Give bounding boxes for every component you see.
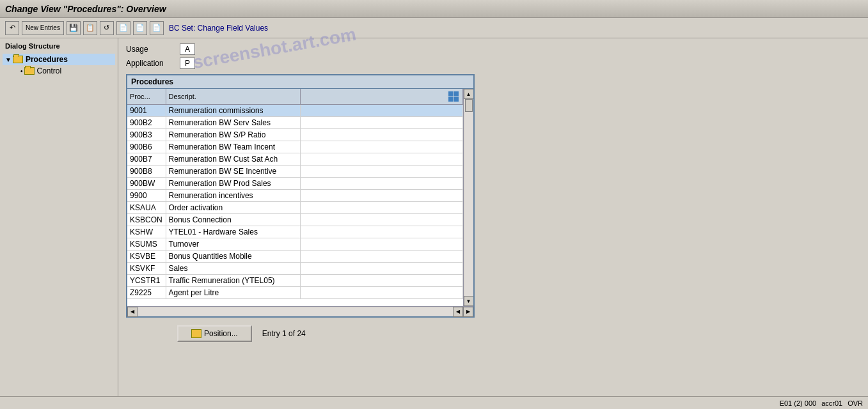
scroll-right-arrow-1[interactable]: ◀ xyxy=(453,307,463,317)
table-cell-empty xyxy=(300,141,463,153)
table-cell-descript: Sales xyxy=(166,263,300,275)
table-cell-descript: Turnover xyxy=(166,238,300,251)
table-row[interactable]: 900B6Remuneration BW Team Incent xyxy=(127,141,463,153)
table-cell-descript: Bonus Quantities Mobile xyxy=(166,251,300,263)
table-cell-proc: KSVBE xyxy=(127,251,166,263)
table-inner: Proc... Descript. xyxy=(127,89,463,306)
table-row[interactable]: YCSTR1Traffic Remuneration (YTEL05) xyxy=(127,275,463,287)
toolbar-btn6[interactable]: 📄 xyxy=(133,21,147,35)
vertical-scrollbar[interactable]: ▲ ▼ xyxy=(463,89,473,306)
table-cell-descript: Remuneration BW SE Incentive xyxy=(166,166,300,178)
bullet-icon: • xyxy=(20,68,23,75)
grid-toggle-icon[interactable] xyxy=(447,90,460,103)
table-row[interactable]: KSVBEBonus Quantities Mobile xyxy=(127,251,463,263)
folder-icon-control xyxy=(24,67,35,75)
sidebar: Dialog Structure ▼ Procedures • Control xyxy=(0,38,118,396)
table-cell-proc: 900BW xyxy=(127,178,166,190)
bc-set-label: BC Set: Change Field Values xyxy=(169,24,268,33)
col-header-spacer xyxy=(300,89,463,105)
position-button[interactable]: Position... xyxy=(177,325,252,342)
horizontal-scrollbar[interactable]: ◀ ◀ ▶ xyxy=(127,306,473,316)
table-row[interactable]: 900B8Remuneration BW SE Incentive xyxy=(127,166,463,178)
table-cell-proc: 9001 xyxy=(127,105,166,117)
table-cell-descript: Remuneration BW Prod Sales xyxy=(166,178,300,190)
toolbar-copy-btn[interactable]: 📋 xyxy=(83,21,97,35)
table-body: 9001Remuneration commissions900B2Remuner… xyxy=(127,105,463,299)
bottom-actions: Position... Entry 1 of 24 xyxy=(177,325,860,342)
scroll-down-arrow[interactable]: ▼ xyxy=(464,296,474,306)
page-title: Change View "Procedures": Overview xyxy=(5,4,166,14)
table-row[interactable]: 900B3Remuneration BW S/P Ratio xyxy=(127,129,463,141)
table-row[interactable]: KSVKFSales xyxy=(127,263,463,275)
procedures-header: Procedures xyxy=(127,75,473,89)
table-cell-descript: Remuneration BW Team Incent xyxy=(166,141,300,153)
table-row[interactable]: 9001Remuneration commissions xyxy=(127,105,463,117)
col-header-descript: Descript. xyxy=(166,89,300,105)
scroll-track-h[interactable] xyxy=(138,307,453,316)
table-header-row: Proc... Descript. xyxy=(127,89,463,105)
table-cell-empty xyxy=(300,105,463,117)
table-cell-proc: 900B6 xyxy=(127,141,166,153)
sidebar-item-procedures[interactable]: ▼ Procedures xyxy=(3,54,115,65)
scroll-right-arrow-2[interactable]: ▶ xyxy=(463,307,473,317)
table-row[interactable]: KSUMSTurnover xyxy=(127,238,463,251)
table-cell-descript: Order activation xyxy=(166,202,300,214)
table-cell-empty xyxy=(300,202,463,214)
application-value[interactable]: P xyxy=(180,58,195,69)
folder-icon-procedures xyxy=(13,56,23,63)
title-bar: Change View "Procedures": Overview xyxy=(0,0,868,18)
arrow-down-icon: ▼ xyxy=(5,56,12,63)
table-cell-empty xyxy=(300,251,463,263)
main-area: Dialog Structure ▼ Procedures • Control … xyxy=(0,38,868,396)
table-row[interactable]: 900BWRemuneration BW Prod Sales xyxy=(127,178,463,190)
sidebar-item-control[interactable]: • Control xyxy=(3,65,115,77)
scroll-up-arrow[interactable]: ▲ xyxy=(464,89,474,99)
status-bar: E01 (2) 000 accr01 OVR xyxy=(0,396,868,409)
toolbar-undo-btn[interactable]: ↺ xyxy=(100,21,114,35)
table-cell-proc: KSHW xyxy=(127,226,166,238)
toolbar-btn7[interactable]: 📄 xyxy=(150,21,164,35)
new-entries-btn[interactable]: New Entries xyxy=(22,21,64,35)
position-btn-label: Position... xyxy=(204,329,238,338)
sidebar-label-control: Control xyxy=(37,66,62,75)
table-cell-proc: Z9225 xyxy=(127,287,166,299)
entry-count-label: Entry 1 of 24 xyxy=(262,329,306,338)
scroll-right-arrows: ◀ ▶ xyxy=(453,307,473,317)
usage-label: Usage xyxy=(126,45,177,54)
toolbar-cursor-btn[interactable]: ↶ xyxy=(5,21,19,35)
table-cell-empty xyxy=(300,190,463,202)
table-wrapper: Proc... Descript. xyxy=(127,89,473,316)
table-cell-proc: 900B2 xyxy=(127,117,166,129)
table-cell-proc: 9900 xyxy=(127,190,166,202)
toolbar-save-btn[interactable]: 💾 xyxy=(67,21,81,35)
toolbar-btn5[interactable]: 📄 xyxy=(116,21,130,35)
table-cell-proc: KSAUA xyxy=(127,202,166,214)
table-cell-proc: KSBCON xyxy=(127,214,166,226)
table-row[interactable]: Z9225Agent per Litre xyxy=(127,287,463,299)
table-cell-empty xyxy=(300,238,463,251)
table-cell-proc: KSVKF xyxy=(127,263,166,275)
content-area: Usage A Application P Procedures Proc. xyxy=(118,38,868,396)
scroll-left-arrow[interactable]: ◀ xyxy=(127,307,138,317)
procedures-table: Proc... Descript. xyxy=(127,89,463,299)
table-row[interactable]: 900B2Remuneration BW Serv Sales xyxy=(127,117,463,129)
table-row[interactable]: 900B7Remuneration BW Cust Sat Ach xyxy=(127,153,463,166)
scroll-track-v[interactable] xyxy=(464,99,473,296)
table-cell-proc: 900B3 xyxy=(127,129,166,141)
table-cell-empty xyxy=(300,226,463,238)
table-cell-empty xyxy=(300,275,463,287)
table-cell-proc: YCSTR1 xyxy=(127,275,166,287)
table-row[interactable]: KSBCONBonus Connection xyxy=(127,214,463,226)
table-cell-empty xyxy=(300,166,463,178)
table-row[interactable]: KSAUAOrder activation xyxy=(127,202,463,214)
table-cell-descript: Agent per Litre xyxy=(166,287,300,299)
usage-value[interactable]: A xyxy=(180,43,195,55)
table-cell-empty xyxy=(300,117,463,129)
table-cell-descript: Remuneration BW Cust Sat Ach xyxy=(166,153,300,166)
toolbar: ↶ New Entries 💾 📋 ↺ 📄 📄 📄 BC Set: Change… xyxy=(0,18,868,38)
scroll-thumb-v[interactable] xyxy=(465,99,473,112)
table-cell-proc: KSUMS xyxy=(127,238,166,251)
table-row[interactable]: 9900Remuneration incentives xyxy=(127,190,463,202)
table-row[interactable]: KSHWYTEL01 - Hardware Sales xyxy=(127,226,463,238)
procedures-container: Procedures Proc... Descript. xyxy=(126,74,475,318)
